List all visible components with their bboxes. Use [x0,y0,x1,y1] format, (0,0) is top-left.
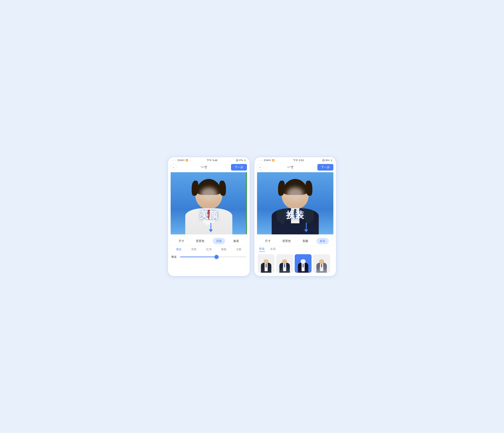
nav-title-2: 一寸 [287,165,294,169]
head-shape-2 [282,179,309,209]
mini-head-4 [319,259,324,264]
beauty-tab-shoulian[interactable]: 瘦脸 [221,247,226,252]
face-blur-1 [200,187,217,201]
signal-dots-2: · · · · · [258,159,263,161]
arrow-shaft-1 [210,223,211,229]
photo-bg-1: 美颜 [171,172,247,234]
wifi-icon-1: 📶 [186,159,188,161]
right-edge-line [246,172,247,234]
status-bar-2: · · · · · 无SIM卡 📶 下午 5:53 🎧 96% 🔋 [254,157,336,163]
arrow-outfit [303,223,309,233]
head-shape-1 [195,179,222,209]
outfit-item-2[interactable] [276,254,293,273]
outfit-grid [258,254,333,273]
mini-head-1 [264,259,269,264]
arrow-head-1 [209,229,213,232]
time-2: 下午 5:53 [293,159,304,162]
back-icon-1: ‹ [173,166,174,169]
outfit-sub-tabs: 男装 女装 [258,247,333,252]
mini-suit-2 [279,259,290,273]
tab-beauty-1[interactable]: 美颜 [213,238,225,244]
arrow-down-1 [207,223,214,233]
slider-fill-mopi [180,256,216,257]
phone-screen-beauty: · · · · · 无SIM卡 📶 下午 5:48 🎧 97% 🔋 ‹ 一寸 下… [168,157,250,276]
outfit-item-1[interactable] [258,254,275,273]
mini-suit-3 [297,259,309,273]
tab-size-2[interactable]: 尺寸 [261,238,274,244]
mini-head-3 [301,259,306,264]
back-button-1[interactable]: ‹ [171,164,177,170]
wifi-icon-2: 📶 [272,159,275,161]
bottom-controls-beauty: 磨皮 亮肤 红润 瘦脸 大眼 磨皮 [168,247,250,276]
phone-screen-outfit: · · · · · 无SIM卡 📶 下午 5:53 🎧 96% 🔋 ‹ 一寸 下… [254,157,336,276]
photo-area-1: 美颜 [171,172,247,234]
mini-body-2 [279,263,290,273]
status-left-1: · · · · · 无SIM卡 📶 [171,159,188,162]
tab-size-1[interactable]: 尺寸 [175,238,188,244]
next-button-1[interactable]: 下一步 [231,164,247,170]
mini-body-3 [298,263,308,273]
battery-percent-2: 96% [325,159,330,161]
bottom-controls-outfit: 男装 女装 [254,247,336,276]
tab-beauty-2[interactable]: 美颜 [299,238,312,244]
overlay-label-1: 美颜 [200,209,218,221]
mini-head-2 [282,259,287,264]
photo-area-2: 换装 [257,172,333,234]
overlay-label-2: 换装 [286,209,304,221]
tab-outfit-2[interactable]: 换装 [316,238,329,244]
next-button-2[interactable]: 下一步 [317,164,333,170]
signal-label-2: 无SIM卡 [264,159,271,162]
headphone-icon-2: 🎧 [322,159,325,161]
nav-title-1: 一寸 [201,165,207,169]
back-button-2[interactable]: ‹ [257,164,263,170]
beauty-tab-dayan[interactable]: 大眼 [236,247,241,252]
slider-label-mopi: 磨皮 [171,255,178,259]
tab-bgcolor-1[interactable]: 背景色 [192,238,208,244]
status-bar-1: · · · · · 无SIM卡 📶 下午 5:48 🎧 97% 🔋 [168,157,250,163]
arrow-head-2 [304,229,308,232]
mopi-slider[interactable] [180,256,246,257]
head-1 [194,177,224,210]
battery-icon-1: 🔋 [244,159,246,161]
face-blur-2 [287,187,304,201]
beauty-tab-mopi[interactable]: 磨皮 [176,247,181,252]
mini-suit-1 [260,259,272,273]
tab-bgcolor-2[interactable]: 背景色 [279,238,294,244]
arrow-shaft-2 [306,223,307,229]
outfit-item-4[interactable] [313,254,330,273]
outfit-item-3[interactable] [295,254,312,273]
photo-bg-2: 换装 [257,172,333,234]
mini-suit-4 [316,259,327,273]
status-right-1: 🎧 97% 🔋 [236,159,246,161]
back-icon-2: ‹ [260,166,261,169]
arrow-beauty [207,223,214,233]
signal-dots-1: · · · · · [171,159,176,161]
headphone-icon-1: 🎧 [236,159,238,161]
mopi-slider-row: 磨皮 [171,255,246,259]
outfit-tab-female[interactable]: 女装 [270,247,276,252]
arrow-down-2 [303,223,309,233]
battery-icon-2: 🔋 [330,159,333,161]
head-2 [280,177,310,210]
tab-bar-2: 尺寸 背景色 美颜 换装 [256,236,334,246]
nav-bar-2: ‹ 一寸 下一步 [254,163,336,172]
status-left-2: · · · · · 无SIM卡 📶 [258,159,275,162]
nav-bar-1: ‹ 一寸 下一步 [168,163,250,172]
mini-body-4 [316,263,327,273]
outfit-tab-male[interactable]: 男装 [259,247,265,252]
slider-thumb-mopi[interactable] [215,255,218,259]
beauty-sub-tabs: 磨皮 亮肤 红润 瘦脸 大眼 [171,247,246,252]
signal-label-1: 无SIM卡 [177,159,185,162]
beauty-tab-liangfu[interactable]: 亮肤 [191,247,197,252]
time-1: 下午 5:48 [207,159,217,162]
beauty-tab-honrun[interactable]: 红润 [206,247,211,252]
mini-body-1 [261,263,271,273]
tab-bar-1: 尺寸 背景色 美颜 换装 [170,236,248,246]
screens-container: · · · · · 无SIM卡 📶 下午 5:48 🎧 97% 🔋 ‹ 一寸 下… [163,153,341,280]
status-right-2: 🎧 96% 🔋 [322,159,333,161]
person-figure-2 [270,177,320,234]
tab-outfit-1[interactable]: 换装 [230,238,243,244]
battery-percent-1: 97% [239,159,243,161]
